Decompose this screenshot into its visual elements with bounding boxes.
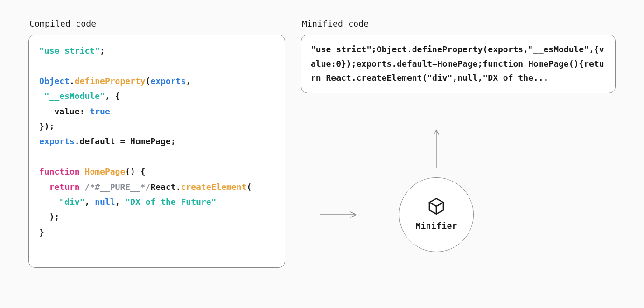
compiled-code-panel: "use strict"; Object.defineProperty(expo… — [28, 35, 285, 268]
flow-diagram: Minifier — [301, 93, 616, 266]
arrow-up-wrap — [431, 126, 442, 172]
minified-code-title: Minified code — [302, 17, 616, 30]
columns: Compiled code "use strict"; Object.defin… — [28, 17, 616, 268]
compiled-code-title: Compiled code — [29, 17, 285, 30]
arrow-up-icon — [431, 126, 442, 168]
package-icon — [427, 197, 446, 216]
minifier-label: Minifier — [415, 219, 457, 232]
minifier-node: Minifier — [399, 177, 474, 252]
right-column: Minified code "use strict";Object.define… — [301, 17, 616, 266]
minified-code-block: "use strict";Object.defineProperty(expor… — [311, 42, 606, 85]
diagram-frame: Compiled code "use strict"; Object.defin… — [0, 0, 644, 308]
arrow-right-icon — [320, 210, 362, 219]
left-column: Compiled code "use strict"; Object.defin… — [28, 17, 285, 268]
compiled-code-block: "use strict"; Object.defineProperty(expo… — [39, 43, 274, 240]
minified-code-panel: "use strict";Object.defineProperty(expor… — [301, 35, 616, 93]
